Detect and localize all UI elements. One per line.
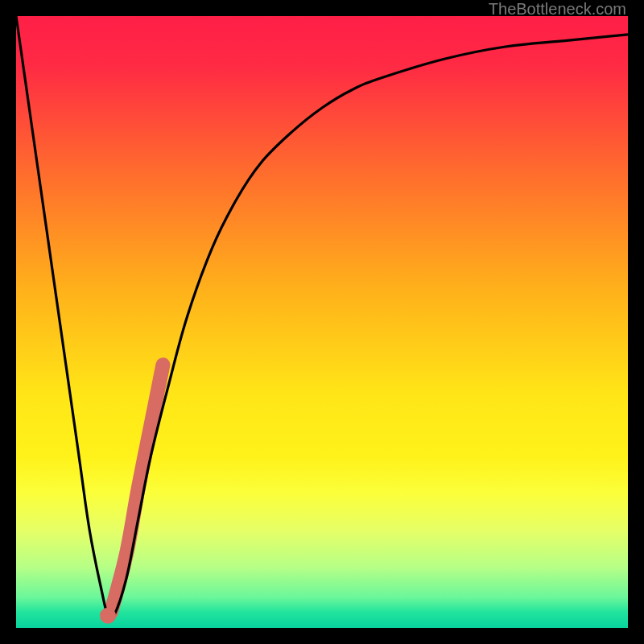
watermark-text: TheBottleneck.com	[489, 0, 626, 19]
chart-frame: TheBottleneck.com	[0, 0, 644, 644]
bottleneck-curve-line	[16, 16, 628, 620]
chart-svg	[16, 16, 628, 628]
minimum-marker	[100, 608, 116, 624]
overlay-band	[111, 365, 163, 613]
plot-area	[16, 16, 628, 628]
